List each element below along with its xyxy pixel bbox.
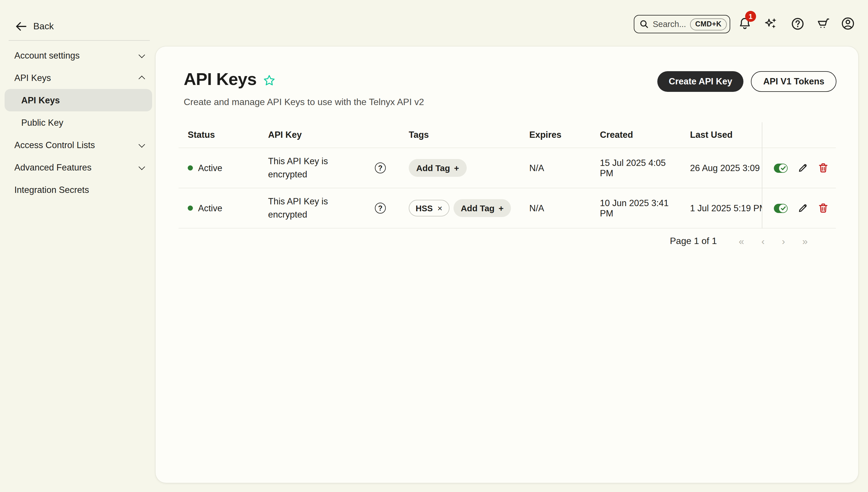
expires-cell: N/A — [520, 163, 591, 173]
ai-assistant-button[interactable] — [764, 16, 778, 31]
column-header-tags: Tags — [400, 130, 520, 140]
row-actions-cell — [762, 162, 836, 174]
api-key-text: This API Key is encrypted — [268, 155, 337, 181]
search-icon — [640, 20, 649, 29]
sidebar-item-label: Access Control Lists — [14, 140, 95, 150]
encrypted-help-icon[interactable]: ? — [375, 163, 386, 173]
search-shortcut-badge: CMD+K — [690, 18, 727, 30]
help-button[interactable] — [790, 16, 805, 31]
delete-button[interactable] — [817, 162, 829, 174]
add-tag-label: Add Tag — [416, 163, 450, 173]
table-header-row: StatusAPI KeyTagsExpiresCreatedLast Used — [178, 122, 836, 148]
toggle-check-icon — [779, 204, 787, 212]
tags-cell: HSS×Add Tag+ — [400, 199, 520, 217]
status-label: Active — [198, 163, 222, 173]
status-dot — [188, 205, 193, 211]
create-api-key-button[interactable]: Create API Key — [657, 71, 744, 92]
remove-tag-icon[interactable]: × — [438, 203, 443, 213]
api-v1-tokens-button[interactable]: API V1 Tokens — [751, 71, 837, 92]
status-label: Active — [198, 203, 222, 213]
sidebar-item-api-keys[interactable]: API Keys — [5, 89, 152, 112]
enabled-toggle[interactable] — [774, 163, 788, 173]
first-page-button[interactable]: « — [739, 236, 744, 246]
add-tag-label: Add Tag — [461, 203, 495, 213]
chevron-down-icon — [139, 163, 145, 170]
api-key-cell: This API Key is encrypted ? — [259, 195, 400, 221]
cart-icon — [816, 17, 830, 30]
created-cell: 15 Jul 2025 4:05 PM — [591, 157, 681, 178]
actions-column-divider — [762, 122, 762, 228]
column-header-created: Created — [591, 130, 681, 140]
back-button[interactable]: Back — [16, 21, 54, 31]
tag-label: HSS — [416, 203, 433, 213]
search-input[interactable]: Search... CMD+K — [634, 15, 730, 33]
account-button[interactable] — [840, 16, 855, 31]
page-subtitle: Create and manage API Keys to use with t… — [184, 97, 424, 107]
column-header-last-used: Last Used — [681, 130, 762, 140]
cart-button[interactable] — [815, 16, 830, 31]
pencil-icon — [797, 203, 808, 214]
row-actions-cell — [762, 202, 836, 214]
sidebar-item-advanced-features[interactable]: Advanced Features — [5, 156, 152, 178]
enabled-toggle[interactable] — [774, 203, 788, 213]
sidebar-item-api-keys[interactable]: API Keys — [5, 67, 152, 89]
trash-icon — [818, 203, 828, 214]
notification-badge: 1 — [745, 11, 756, 22]
delete-button[interactable] — [817, 202, 829, 214]
content-card: API Keys Create and manage API Keys to u… — [155, 47, 858, 483]
api-keys-table: StatusAPI KeyTagsExpiresCreatedLast Used… — [178, 122, 836, 228]
sidebar-item-integration-secrets[interactable]: Integration Secrets — [5, 178, 152, 201]
sparkles-icon — [764, 17, 778, 30]
sidebar-item-label: API Keys — [14, 73, 51, 83]
table-row: Active This API Key is encrypted ? Add T… — [178, 148, 836, 188]
back-arrow-icon — [16, 22, 27, 31]
edit-button[interactable] — [797, 162, 808, 174]
column-header-api-key: API Key — [259, 130, 400, 140]
add-tag-button[interactable]: Add Tag+ — [409, 159, 466, 177]
expires-cell: N/A — [520, 203, 591, 213]
status-cell: Active — [178, 163, 259, 173]
chevron-down-icon — [139, 51, 145, 58]
status-dot — [188, 165, 193, 171]
plus-icon: + — [454, 163, 459, 173]
sidebar-item-label: Public Key — [21, 117, 63, 128]
sidebar-item-label: Integration Secrets — [14, 184, 89, 195]
api-key-text: This API Key is encrypted — [268, 195, 337, 221]
tags-cell: Add Tag+ — [400, 159, 520, 177]
user-avatar-icon — [840, 16, 855, 31]
trash-icon — [818, 163, 828, 173]
column-header-expires: Expires — [520, 130, 591, 140]
back-label: Back — [33, 21, 54, 31]
sidebar-item-account-settings[interactable]: Account settings — [5, 44, 152, 67]
sidebar: Account settingsAPI KeysAPI KeysPublic K… — [5, 44, 152, 201]
last-used-cell: 1 Jul 2025 5:19 PM — [681, 203, 762, 213]
column-header-status: Status — [178, 130, 259, 140]
search-placeholder: Search... — [653, 20, 686, 29]
sidebar-item-label: Advanced Features — [14, 162, 92, 173]
sidebar-item-public-key[interactable]: Public Key — [5, 112, 152, 134]
page-title: API Keys — [184, 70, 256, 89]
edit-button[interactable] — [797, 202, 808, 214]
tag-chip[interactable]: HSS× — [409, 200, 449, 217]
last-used-cell: 26 Aug 2025 3:09 AM — [681, 163, 762, 173]
add-tag-button[interactable]: Add Tag+ — [453, 199, 511, 217]
plus-icon: + — [499, 203, 504, 213]
pagination-label: Page 1 of 1 — [670, 236, 717, 246]
sidebar-divider — [8, 40, 150, 41]
sidebar-item-label: Account settings — [14, 50, 79, 60]
encrypted-help-icon[interactable]: ? — [375, 203, 386, 214]
api-key-cell: This API Key is encrypted ? — [259, 155, 400, 181]
sidebar-item-label: API Keys — [21, 95, 60, 105]
help-icon — [790, 16, 804, 31]
pagination: Page 1 of 1 «‹›» — [155, 236, 858, 246]
last-page-button[interactable]: » — [802, 236, 808, 246]
toggle-check-icon — [779, 164, 787, 172]
status-cell: Active — [178, 203, 259, 213]
app-root: Back Search... CMD+K 1 — [0, 0, 868, 492]
notifications-button[interactable]: 1 — [737, 16, 752, 31]
next-page-button[interactable]: › — [782, 236, 785, 246]
prev-page-button[interactable]: ‹ — [761, 236, 764, 246]
favorite-star-icon[interactable] — [263, 74, 276, 87]
created-cell: 10 Jun 2025 3:41 PM — [591, 198, 681, 218]
sidebar-item-access-control-lists[interactable]: Access Control Lists — [5, 134, 152, 156]
